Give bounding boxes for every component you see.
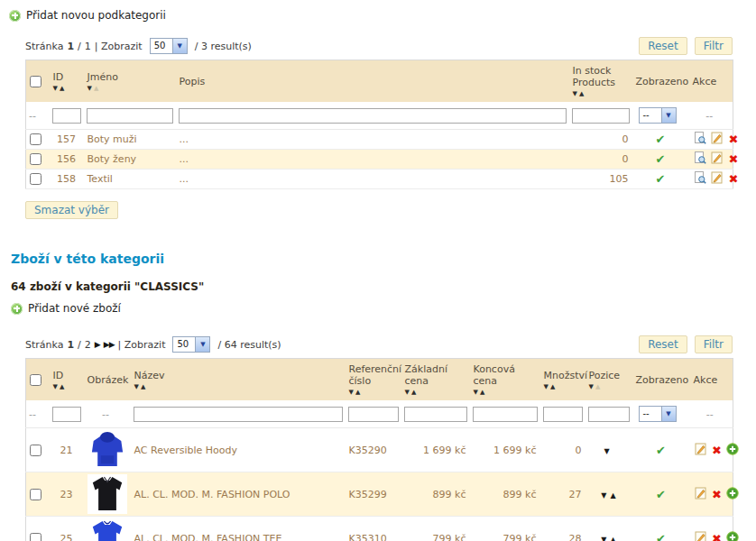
add-product-link[interactable]: Přidat nové zboží bbox=[11, 302, 121, 315]
sort-asc-icon[interactable]: ▲ bbox=[480, 389, 484, 396]
show-label: | Zobrazit bbox=[118, 339, 166, 351]
row-checkbox[interactable] bbox=[30, 133, 41, 145]
displayed-check-icon[interactable]: ✔ bbox=[656, 444, 666, 457]
filter-input-name[interactable] bbox=[87, 108, 173, 124]
row-checkbox[interactable] bbox=[30, 445, 41, 456]
reset-button[interactable]: Reset bbox=[639, 37, 687, 55]
cell-name[interactable]: Textil bbox=[84, 170, 176, 189]
sort-desc-icon[interactable]: ▼ bbox=[544, 383, 549, 390]
delete-button[interactable]: ✖ bbox=[712, 533, 722, 541]
displayed-check-icon[interactable]: ✔ bbox=[656, 152, 666, 166]
sort-desc-icon[interactable]: ▼ bbox=[53, 85, 58, 92]
filter-input-description[interactable] bbox=[179, 108, 567, 124]
view-button[interactable] bbox=[694, 171, 706, 187]
move-down-icon[interactable]: ▼ bbox=[601, 536, 606, 541]
edit-button[interactable] bbox=[711, 151, 724, 167]
cell-name[interactable]: AC Reversible Hoody bbox=[131, 428, 346, 472]
delete-selection-button[interactable]: Smazat výběr bbox=[25, 201, 118, 219]
delete-button[interactable]: ✖ bbox=[712, 445, 722, 456]
sort-asc-icon[interactable]: ▲ bbox=[141, 383, 145, 390]
edit-button[interactable] bbox=[695, 531, 707, 541]
last-page-icon[interactable]: ▶▶ bbox=[104, 340, 115, 349]
duplicate-add-button[interactable] bbox=[726, 531, 739, 541]
sort-asc-icon[interactable]: ▲ bbox=[579, 90, 584, 97]
move-down-icon[interactable]: ▼ bbox=[601, 491, 606, 500]
cell-name[interactable]: Boty ženy bbox=[84, 150, 176, 170]
sort-asc-icon[interactable]: ▲ bbox=[595, 383, 600, 390]
displayed-check-icon[interactable]: ✔ bbox=[656, 172, 666, 186]
view-button[interactable] bbox=[694, 132, 706, 147]
filter-displayed-select[interactable]: -- ▼ bbox=[639, 406, 677, 422]
next-page-icon[interactable]: ▶ bbox=[95, 340, 100, 349]
row-checkbox[interactable] bbox=[30, 153, 41, 165]
filter-input-quantity[interactable] bbox=[543, 407, 583, 422]
filter-button[interactable]: Filtr bbox=[695, 37, 733, 55]
filter-input-id[interactable] bbox=[52, 108, 81, 124]
sort-desc-icon[interactable]: ▼ bbox=[405, 389, 410, 396]
filter-button[interactable]: Filtr bbox=[695, 335, 733, 353]
displayed-check-icon[interactable]: ✔ bbox=[656, 532, 666, 541]
edit-button[interactable] bbox=[711, 132, 724, 147]
displayed-check-icon[interactable]: ✔ bbox=[656, 133, 666, 146]
move-up-icon[interactable]: ▲ bbox=[611, 491, 616, 500]
add-subcategory-link[interactable]: Přidat novou podkategorii bbox=[9, 9, 166, 22]
sort-desc-icon[interactable]: ▼ bbox=[474, 389, 478, 396]
filter-input-final-price[interactable] bbox=[473, 407, 538, 422]
sort-desc-icon[interactable]: ▼ bbox=[134, 383, 139, 390]
cell-name[interactable]: AL. CL. MOD. M. FASHION TEE bbox=[131, 517, 346, 541]
delete-button[interactable]: ✖ bbox=[712, 489, 722, 500]
product-image[interactable] bbox=[88, 474, 127, 514]
view-button[interactable] bbox=[694, 151, 706, 167]
duplicate-add-button[interactable] bbox=[726, 443, 739, 458]
per-page-select[interactable]: 50 ▼ bbox=[150, 38, 188, 54]
filter-input-reference[interactable] bbox=[348, 407, 399, 422]
product-image[interactable] bbox=[88, 430, 127, 470]
sort-asc-icon[interactable]: ▲ bbox=[355, 389, 360, 396]
page-label: Stránka bbox=[25, 339, 63, 351]
filter-input-name[interactable] bbox=[134, 407, 343, 422]
select-all-checkbox[interactable] bbox=[30, 374, 41, 386]
sort-desc-icon[interactable]: ▼ bbox=[349, 389, 354, 396]
filter-input-id[interactable] bbox=[52, 407, 81, 422]
filter-input-position[interactable] bbox=[588, 407, 630, 422]
edit-button[interactable] bbox=[711, 171, 724, 187]
displayed-check-icon[interactable]: ✔ bbox=[656, 488, 666, 501]
product-image[interactable] bbox=[88, 518, 127, 541]
hoodie-image bbox=[91, 430, 124, 468]
column-header-in-stock: In stock Products ▼▲ bbox=[569, 60, 632, 103]
cell-name[interactable]: AL. CL. MOD. M. FASHION POLO bbox=[131, 472, 346, 517]
move-up-icon[interactable]: ▲ bbox=[611, 536, 616, 541]
cell-reference: K35290 bbox=[346, 428, 401, 472]
page-separator: / bbox=[78, 41, 81, 52]
delete-button[interactable]: ✖ bbox=[729, 133, 739, 145]
cell-name[interactable]: Boty muži bbox=[84, 130, 176, 150]
column-header-quantity: Množství ▼▲ bbox=[540, 359, 585, 401]
row-checkbox[interactable] bbox=[30, 533, 41, 541]
filter-input-base-price[interactable] bbox=[404, 407, 467, 422]
sort-desc-icon[interactable]: ▼ bbox=[589, 383, 594, 390]
duplicate-add-button[interactable] bbox=[726, 487, 739, 502]
sort-asc-icon[interactable]: ▲ bbox=[550, 383, 555, 390]
row-checkbox[interactable] bbox=[30, 173, 41, 185]
move-down-icon[interactable]: ▼ bbox=[604, 447, 609, 455]
sort-asc-icon[interactable]: ▲ bbox=[60, 85, 64, 92]
select-arrow-icon: ▼ bbox=[661, 407, 676, 421]
sort-asc-icon[interactable]: ▲ bbox=[411, 389, 416, 396]
edit-button[interactable] bbox=[695, 443, 707, 458]
tee-image bbox=[91, 518, 124, 541]
sort-desc-icon[interactable]: ▼ bbox=[573, 90, 577, 97]
select-all-checkbox[interactable] bbox=[30, 76, 41, 87]
sort-desc-icon[interactable]: ▼ bbox=[88, 85, 92, 92]
filter-input-in-stock[interactable] bbox=[572, 108, 630, 124]
subcategories-pagination: Stránka 1 / 1 | Zobrazit 50 ▼ / 3 result… bbox=[25, 38, 252, 54]
sort-asc-icon[interactable]: ▲ bbox=[94, 85, 98, 92]
edit-button[interactable] bbox=[695, 487, 707, 502]
per-page-select[interactable]: 50 ▼ bbox=[172, 336, 210, 353]
reset-button[interactable]: Reset bbox=[639, 335, 687, 353]
delete-button[interactable]: ✖ bbox=[729, 153, 739, 165]
row-checkbox[interactable] bbox=[30, 489, 41, 500]
sort-asc-icon[interactable]: ▲ bbox=[60, 383, 64, 390]
sort-desc-icon[interactable]: ▼ bbox=[53, 383, 58, 390]
delete-button[interactable]: ✖ bbox=[729, 173, 739, 185]
filter-displayed-select[interactable]: -- ▼ bbox=[639, 107, 677, 124]
